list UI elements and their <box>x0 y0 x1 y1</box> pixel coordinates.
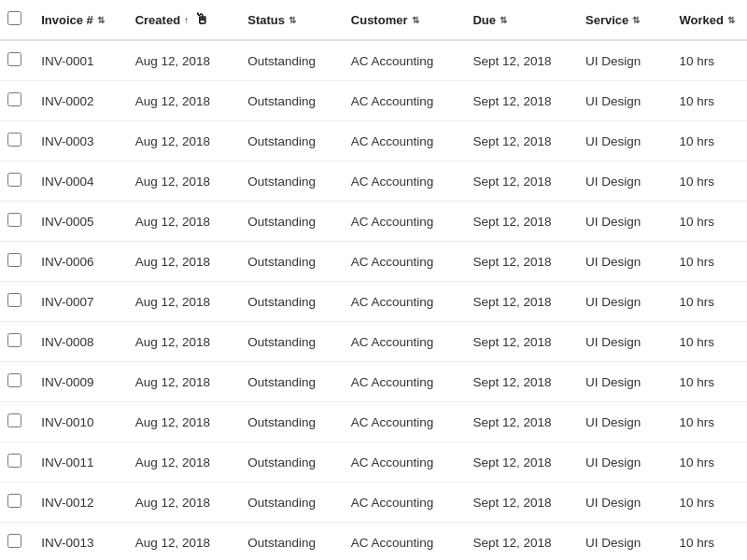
header-customer[interactable]: Customer ⇅ <box>344 0 466 40</box>
table-row: INV-0013Aug 12, 2018OutstandingAC Accoun… <box>0 523 747 561</box>
table-row: INV-0003Aug 12, 2018OutstandingAC Accoun… <box>0 121 747 161</box>
cell-due: Sept 12, 2018 <box>465 161 578 202</box>
cell-due: Sept 12, 2018 <box>465 40 578 81</box>
invoice-table-container: Invoice # ⇅ Created ↑ 🖱 Status ⇅ <box>0 0 747 560</box>
cell-status: Outstanding <box>240 282 344 322</box>
cell-invoice: INV-0004 <box>34 161 128 202</box>
cell-worked: 10 hrs <box>672 161 747 202</box>
cell-service: UI Design <box>578 362 672 402</box>
cell-status: Outstanding <box>240 242 344 282</box>
cell-status: Outstanding <box>240 523 344 561</box>
row-checkbox[interactable] <box>7 213 21 227</box>
cell-status: Outstanding <box>240 322 344 362</box>
cell-customer: AC Accounting <box>344 161 466 202</box>
header-status[interactable]: Status ⇅ <box>240 0 344 40</box>
cell-created: Aug 12, 2018 <box>128 523 241 561</box>
cell-customer: AC Accounting <box>344 202 466 242</box>
row-checkbox[interactable] <box>7 534 21 548</box>
due-sort-icon: ⇅ <box>500 15 507 25</box>
cell-service: UI Design <box>578 442 672 483</box>
service-sort-icon: ⇅ <box>632 15 640 25</box>
row-checkbox[interactable] <box>7 52 21 66</box>
table-row: INV-0002Aug 12, 2018OutstandingAC Accoun… <box>0 81 747 121</box>
cell-status: Outstanding <box>240 121 344 161</box>
table-row: INV-0004Aug 12, 2018OutstandingAC Accoun… <box>0 161 747 202</box>
cell-due: Sept 12, 2018 <box>465 202 578 242</box>
table-row: INV-0011Aug 12, 2018OutstandingAC Accoun… <box>0 442 747 483</box>
row-checkbox[interactable] <box>7 454 21 468</box>
table-row: INV-0007Aug 12, 2018OutstandingAC Accoun… <box>0 282 747 322</box>
cell-worked: 10 hrs <box>672 121 747 161</box>
cell-invoice: INV-0006 <box>34 242 128 282</box>
table-row: INV-0005Aug 12, 2018OutstandingAC Accoun… <box>0 202 747 242</box>
table-row: INV-0012Aug 12, 2018OutstandingAC Accoun… <box>0 483 747 523</box>
cell-invoice: INV-0005 <box>34 202 128 242</box>
cell-worked: 10 hrs <box>672 282 747 322</box>
cell-due: Sept 12, 2018 <box>465 362 578 402</box>
cell-status: Outstanding <box>240 202 344 242</box>
cell-worked: 10 hrs <box>672 202 747 242</box>
cell-service: UI Design <box>578 161 672 202</box>
header-worked-label: Worked <box>680 13 724 27</box>
table-row: INV-0006Aug 12, 2018OutstandingAC Accoun… <box>0 242 747 282</box>
cell-service: UI Design <box>578 282 672 322</box>
cell-due: Sept 12, 2018 <box>465 322 578 362</box>
cell-invoice: INV-0007 <box>34 282 128 322</box>
row-checkbox[interactable] <box>7 173 21 187</box>
cell-worked: 10 hrs <box>672 40 747 81</box>
cell-status: Outstanding <box>240 40 344 81</box>
cell-created: Aug 12, 2018 <box>128 322 241 362</box>
row-checkbox[interactable] <box>7 293 21 307</box>
row-checkbox[interactable] <box>7 253 21 267</box>
cell-worked: 10 hrs <box>672 322 747 362</box>
header-due[interactable]: Due ⇅ <box>465 0 578 40</box>
header-invoice-label: Invoice # <box>41 13 93 27</box>
cell-customer: AC Accounting <box>344 282 466 322</box>
cell-due: Sept 12, 2018 <box>465 483 578 523</box>
header-customer-label: Customer <box>351 13 408 27</box>
cell-customer: AC Accounting <box>344 362 466 402</box>
cell-created: Aug 12, 2018 <box>128 282 241 322</box>
row-checkbox[interactable] <box>7 333 21 347</box>
header-due-label: Due <box>472 13 496 27</box>
header-service-label: Service <box>585 13 628 27</box>
cell-worked: 10 hrs <box>672 402 747 442</box>
cell-due: Sept 12, 2018 <box>465 282 578 322</box>
cell-due: Sept 12, 2018 <box>465 523 578 561</box>
select-all-checkbox[interactable] <box>7 11 21 25</box>
header-checkbox[interactable] <box>0 0 34 40</box>
row-checkbox[interactable] <box>7 92 21 106</box>
header-status-label: Status <box>247 13 285 27</box>
cell-customer: AC Accounting <box>344 40 466 81</box>
cell-worked: 10 hrs <box>672 81 747 121</box>
cell-service: UI Design <box>578 322 672 362</box>
cell-created: Aug 12, 2018 <box>128 242 241 282</box>
cell-status: Outstanding <box>240 442 344 483</box>
row-checkbox[interactable] <box>7 494 21 508</box>
cell-invoice: INV-0009 <box>34 362 128 402</box>
cell-worked: 10 hrs <box>672 242 747 282</box>
row-checkbox[interactable] <box>7 413 21 427</box>
cell-created: Aug 12, 2018 <box>128 402 241 442</box>
row-checkbox[interactable] <box>7 373 21 387</box>
worked-sort-icon: ⇅ <box>727 15 735 25</box>
cell-worked: 10 hrs <box>672 362 747 402</box>
cell-created: Aug 12, 2018 <box>128 40 241 81</box>
header-service[interactable]: Service ⇅ <box>578 0 672 40</box>
invoice-sort-icon: ⇅ <box>97 15 105 25</box>
header-invoice[interactable]: Invoice # ⇅ <box>34 0 128 40</box>
cell-service: UI Design <box>578 202 672 242</box>
cursor-pointer-icon: 🖱 <box>194 11 209 28</box>
table-row: INV-0001Aug 12, 2018OutstandingAC Accoun… <box>0 40 747 81</box>
cell-created: Aug 12, 2018 <box>128 81 241 121</box>
cell-created: Aug 12, 2018 <box>128 121 241 161</box>
cell-invoice: INV-0003 <box>34 121 128 161</box>
header-created[interactable]: Created ↑ 🖱 <box>128 0 241 40</box>
cell-invoice: INV-0001 <box>34 40 128 81</box>
cell-customer: AC Accounting <box>344 483 466 523</box>
cell-due: Sept 12, 2018 <box>465 242 578 282</box>
row-checkbox[interactable] <box>7 133 21 147</box>
cell-service: UI Design <box>578 483 672 523</box>
cell-invoice: INV-0012 <box>34 483 128 523</box>
header-worked[interactable]: Worked ⇅ <box>672 0 747 40</box>
